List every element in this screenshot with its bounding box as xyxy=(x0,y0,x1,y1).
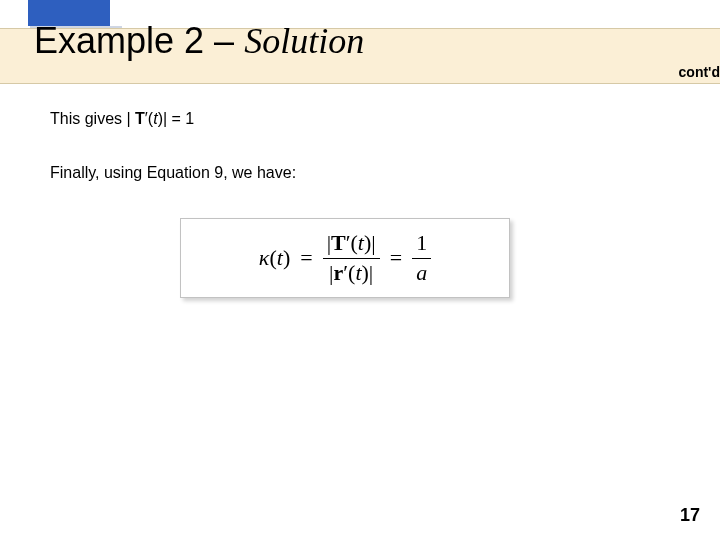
title-sep: – xyxy=(204,20,244,61)
rp2: ) xyxy=(362,260,369,285)
bar-r2: | xyxy=(369,260,373,285)
kappa: κ xyxy=(259,245,270,270)
eq-lhs: κ(t) xyxy=(259,245,290,271)
slide-title: Example 2 – Solution xyxy=(34,20,364,62)
frac-2-num: 1 xyxy=(412,231,431,255)
body-line-1: This gives | T′(t)| = 1 xyxy=(50,110,194,128)
line1-T: T xyxy=(135,110,145,127)
bar-r1: | xyxy=(371,230,375,255)
frac-2-den: a xyxy=(412,261,431,285)
contd-label: cont'd xyxy=(679,64,720,80)
equals-2: = xyxy=(388,245,404,271)
line1-pre: This gives | xyxy=(50,110,135,127)
frac-1-bar xyxy=(323,258,380,259)
line1-prime: ′( xyxy=(145,110,153,127)
title-pre: Example 2 xyxy=(34,20,204,61)
frac-2-bar xyxy=(412,258,431,259)
page-number: 17 xyxy=(680,505,700,526)
frac-1-den: |r′(t)| xyxy=(325,261,377,285)
eq-r: r xyxy=(333,260,343,285)
rparen: ) xyxy=(283,245,290,270)
title-post: Solution xyxy=(244,21,364,61)
line1-post: )| = 1 xyxy=(158,110,195,127)
frac-2: 1 a xyxy=(412,231,431,284)
frac-1-num: |T′(t)| xyxy=(323,231,380,255)
equation-box: κ(t) = |T′(t)| |r′(t)| = 1 a xyxy=(180,218,510,298)
lp1: ( xyxy=(351,230,358,255)
body-line-2: Finally, using Equation 9, we have: xyxy=(50,164,296,182)
lparen: ( xyxy=(269,245,276,270)
equals-1: = xyxy=(298,245,314,271)
frac-1: |T′(t)| |r′(t)| xyxy=(323,231,380,284)
equation: κ(t) = |T′(t)| |r′(t)| = 1 a xyxy=(259,231,431,284)
eq-T: T xyxy=(331,230,346,255)
